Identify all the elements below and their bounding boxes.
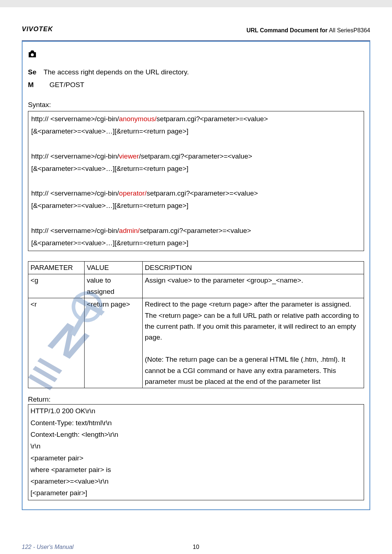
cell-desc: Redirect to the page <return page> after… [143, 298, 364, 388]
return-line: Content-Type: text/html\r\n [30, 417, 362, 429]
syntax-line: http:// <servername>/cgi-bin/anonymous/s… [31, 113, 361, 138]
return-line: where <parameter pair> is [30, 464, 362, 476]
return-line: Context-Length: <length>\r\n [30, 429, 362, 440]
cell-value: value to assigned [85, 274, 143, 298]
cell-param: <g [28, 274, 85, 298]
svg-point-1 [31, 53, 34, 56]
return-line: HTTP/1.0 200 OK\r\n [30, 405, 362, 417]
syntax-text: http:// <servername>/cgi-bin/ [31, 152, 119, 160]
syntax-line: http:// <servername>/cgi-bin/admin/setpa… [31, 225, 361, 249]
security-note: The access right depends on the URL dire… [44, 68, 189, 76]
footer-page-num: 10 [22, 544, 370, 550]
syntax-text: setparam.cgi?<parameter>=<value> [147, 189, 258, 197]
return-line: [<parameter pair>] [30, 487, 362, 499]
col-value: VALUE [85, 262, 143, 274]
method-value: GET/POST [49, 81, 84, 89]
table-row: <r <return page> Redirect to the page <r… [28, 298, 364, 388]
return-line: <parameter pair> [30, 452, 362, 464]
syntax-label: Syntax: [28, 101, 364, 109]
syntax-text: setparam.cgi?<parameter>=<value> [156, 115, 268, 123]
syntax-text: /setparam.cgi?<parameter>=<value> [139, 152, 252, 160]
header-series: All SeriesP8364 [328, 27, 370, 33]
cell-param: <r [28, 298, 85, 388]
security-note-line: Se The access right depends on the URL d… [28, 67, 364, 78]
return-box: HTTP/1.0 200 OK\r\n Content-Type: text/h… [28, 404, 364, 500]
header-prefix: URL Command Document for [246, 27, 328, 33]
syntax-tail: [&<parameter>=<value>…][&return=<return … [31, 165, 188, 172]
method-line: M GET/POST [28, 80, 364, 90]
syntax-text: http:// <servername>/cgi-bin/ [31, 115, 119, 123]
col-parameter: PARAMETER [28, 262, 85, 274]
role-operator: operator/ [119, 189, 147, 197]
document-page: VIVOTEK URL Command Document for All Ser… [0, 7, 392, 554]
syntax-text: setparam.cgi?<parameter>=<value> [140, 227, 251, 234]
table-row: <g value to assigned Assign <value> to t… [28, 274, 364, 298]
cell-desc: Assign <value> to the parameter <group>_… [143, 274, 364, 298]
cell-value: <return page> [85, 298, 143, 388]
syntax-line: http:// <servername>/cgi-bin/viewer/setp… [31, 150, 361, 175]
role-viewer: viewer [119, 152, 139, 160]
syntax-text: http:// <servername>/cgi-bin/ [31, 227, 119, 234]
camera-icon [28, 49, 364, 61]
header-subtitle: URL Command Document for All SeriesP8364 [22, 27, 370, 34]
role-anonymous: anonymous/ [119, 115, 157, 123]
bullet-icon: Se [28, 67, 42, 78]
syntax-tail: [&<parameter>=<value>…][&return=<return … [31, 202, 188, 209]
return-label: Return: [28, 395, 364, 403]
page-footer: 122 - User's Manual 10 [22, 544, 370, 550]
return-line: \r\n [30, 440, 362, 452]
role-admin: admin/ [119, 227, 140, 234]
table-header-row: PARAMETER VALUE DESCRIPTION [28, 262, 364, 274]
bullet-icon: M [28, 80, 42, 90]
content-frame: Se The access right depends on the URL d… [22, 41, 370, 510]
syntax-tail: [&<parameter>=<value>…][&return=<return … [31, 239, 188, 247]
parameter-table: PARAMETER VALUE DESCRIPTION <g value to … [28, 261, 364, 388]
col-description: DESCRIPTION [143, 262, 364, 274]
syntax-box: http:// <servername>/cgi-bin/anonymous/s… [28, 111, 364, 251]
syntax-tail: [&<parameter>=<value>…][&return=<return … [31, 127, 188, 135]
return-line: <parameter>=<value>\r\n [30, 476, 362, 487]
syntax-text: http:// <servername>/cgi-bin/ [31, 189, 119, 197]
syntax-line: http:// <servername>/cgi-bin/operator/se… [31, 187, 361, 212]
